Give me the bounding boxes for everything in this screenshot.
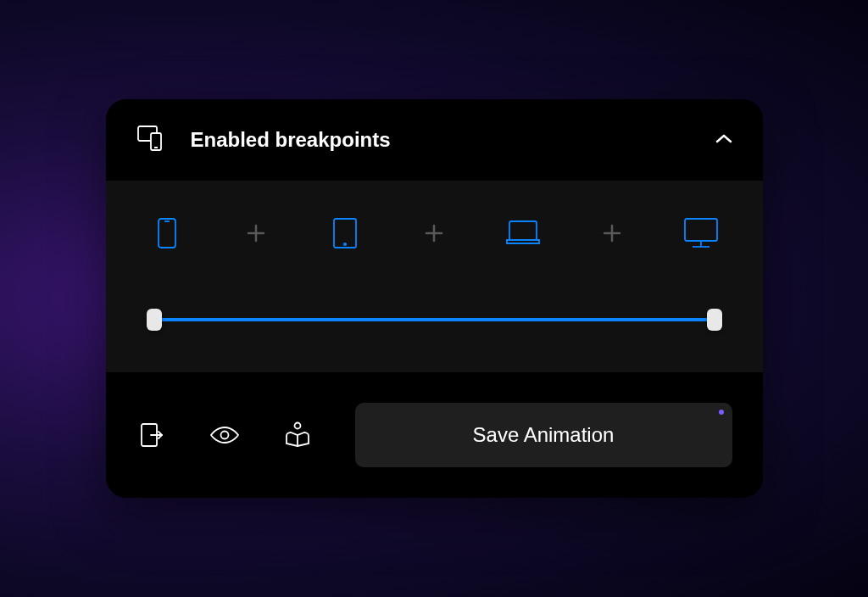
phone-icon[interactable] bbox=[148, 215, 186, 252]
panel-header[interactable]: Enabled breakpoints bbox=[106, 99, 763, 181]
svg-rect-11 bbox=[509, 221, 537, 240]
panel-title: Enabled breakpoints bbox=[191, 128, 695, 152]
add-breakpoint-button[interactable] bbox=[421, 220, 447, 246]
svg-point-18 bbox=[220, 432, 228, 439]
add-breakpoint-button[interactable] bbox=[599, 220, 625, 246]
slider-track bbox=[148, 318, 721, 321]
slider-handle-max[interactable] bbox=[707, 309, 722, 331]
save-animation-button[interactable]: Save Animation bbox=[355, 403, 732, 467]
footer-actions bbox=[136, 420, 313, 450]
docs-icon[interactable] bbox=[282, 420, 313, 450]
laptop-icon[interactable] bbox=[504, 215, 542, 252]
slider-handle-min[interactable] bbox=[147, 309, 162, 331]
svg-point-19 bbox=[294, 423, 300, 429]
devices-icon bbox=[136, 125, 170, 155]
svg-rect-3 bbox=[159, 219, 175, 248]
eye-icon[interactable] bbox=[209, 420, 240, 450]
breakpoints-row bbox=[148, 215, 721, 252]
export-icon[interactable] bbox=[136, 420, 167, 450]
chevron-up-icon[interactable] bbox=[715, 132, 732, 148]
desktop-icon[interactable] bbox=[682, 215, 720, 252]
add-breakpoint-button[interactable] bbox=[243, 220, 269, 246]
tablet-icon[interactable] bbox=[326, 215, 364, 252]
breakpoints-panel: Enabled breakpoints bbox=[106, 99, 763, 498]
breakpoints-content bbox=[106, 181, 763, 372]
svg-rect-14 bbox=[685, 219, 717, 241]
range-slider[interactable] bbox=[148, 310, 721, 330]
panel-footer: Save Animation bbox=[106, 372, 763, 498]
svg-point-8 bbox=[344, 243, 346, 245]
